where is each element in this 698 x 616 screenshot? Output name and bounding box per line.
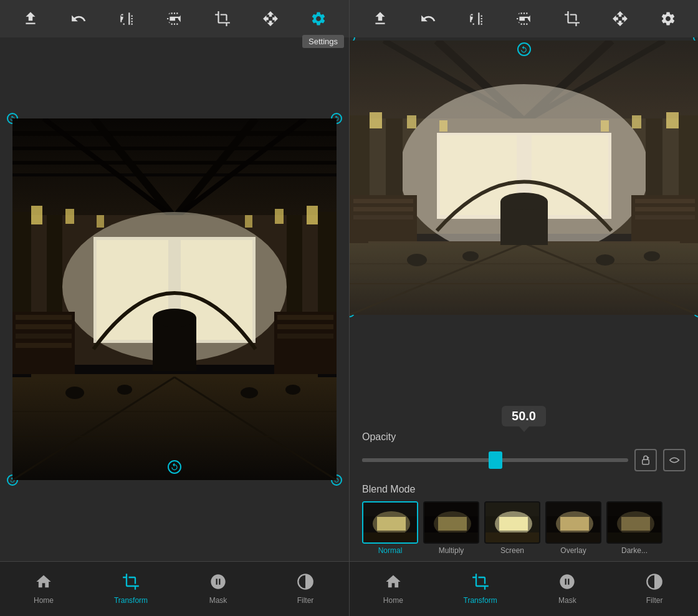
blend-mode-label: Blend Mode <box>362 484 686 495</box>
flip-h-icon-right[interactable] <box>464 6 489 31</box>
rotate-handle-top-right[interactable] <box>517 42 531 56</box>
mask-label-right: Mask <box>558 596 576 605</box>
move-icon-left[interactable] <box>258 6 283 31</box>
rotate-handle-bottom-left[interactable] <box>168 460 181 474</box>
opacity-intersect-button[interactable] <box>663 449 686 471</box>
crop-icon-right[interactable] <box>560 6 585 31</box>
left-nav-transform[interactable]: Transform <box>106 573 156 605</box>
left-nav-home[interactable]: Home <box>19 573 69 605</box>
home-label-right: Home <box>383 596 403 605</box>
mask-icon-right <box>558 573 576 594</box>
left-canvas-wrapper <box>12 118 337 480</box>
opacity-section: 50.0 Opacity <box>350 397 698 478</box>
blend-mode-screen[interactable]: Screen <box>484 501 540 555</box>
left-nav-mask[interactable]: Mask <box>193 573 243 605</box>
opacity-row <box>362 449 686 471</box>
filter-label-left: Filter <box>297 596 314 605</box>
blend-name-screen: Screen <box>500 546 524 555</box>
right-nav-filter[interactable]: Filter <box>629 573 679 605</box>
right-toolbar <box>350 0 698 37</box>
undo-icon-left[interactable] <box>66 6 91 31</box>
blend-mode-overlay[interactable]: Overlay <box>545 501 601 555</box>
left-bottom-nav: Home Transform Mask Filter <box>0 561 349 616</box>
right-nav-home[interactable]: Home <box>368 573 418 605</box>
home-icon-right <box>384 573 403 594</box>
move-icon-right[interactable] <box>608 6 633 31</box>
settings-icon-right[interactable] <box>656 6 681 31</box>
right-nav-transform[interactable]: Transform <box>456 573 505 605</box>
blend-mode-multiply[interactable]: Multiply <box>423 501 479 555</box>
flip-h-icon-left[interactable] <box>114 6 139 31</box>
svg-rect-102 <box>643 460 649 464</box>
transform-label-left: Transform <box>114 596 148 605</box>
left-toolbar: Settings <box>0 0 349 37</box>
svg-rect-101 <box>350 41 698 315</box>
svg-rect-108 <box>363 532 418 544</box>
opacity-slider[interactable] <box>362 458 628 462</box>
right-canvas-image <box>350 41 698 315</box>
blend-thumb-screen <box>484 501 540 544</box>
blend-thumb-multiply <box>423 501 479 544</box>
blend-thumb-darken <box>606 501 662 544</box>
left-panel: Settings <box>0 0 349 616</box>
home-icon-left <box>34 573 53 594</box>
svg-rect-128 <box>608 532 662 544</box>
settings-tooltip: Settings <box>302 35 344 48</box>
blend-mode-normal[interactable]: Normal <box>362 501 418 555</box>
filter-label-right: Filter <box>646 596 663 605</box>
blend-thumb-overlay <box>545 501 601 544</box>
svg-rect-113 <box>424 532 479 544</box>
blend-name-overlay: Overlay <box>560 546 586 555</box>
flip-v-icon-right[interactable] <box>512 6 537 31</box>
opacity-thumb[interactable] <box>489 451 502 469</box>
settings-icon-left[interactable] <box>306 6 331 31</box>
crop-icon-left[interactable] <box>210 6 235 31</box>
export-icon-left[interactable] <box>18 6 43 31</box>
left-canvas-area <box>0 37 349 561</box>
blend-thumb-normal <box>362 501 418 544</box>
right-canvas-wrapper <box>350 37 698 312</box>
svg-rect-123 <box>547 532 601 544</box>
undo-icon-right[interactable] <box>416 6 441 31</box>
opacity-label: Opacity <box>362 431 686 443</box>
mask-label-left: Mask <box>209 596 227 605</box>
right-nav-mask[interactable]: Mask <box>542 573 592 605</box>
svg-point-103 <box>647 457 649 459</box>
blend-name-multiply: Multiply <box>439 546 464 555</box>
transform-icon-left <box>122 573 140 594</box>
blend-mode-section: Blend Mode Normal <box>350 478 698 561</box>
opacity-value-tooltip: 50.0 <box>502 406 546 426</box>
transform-label-right: Transform <box>464 596 497 605</box>
filter-icon-right <box>645 573 664 594</box>
home-label-left: Home <box>34 596 54 605</box>
mask-icon-left <box>209 573 227 594</box>
left-nav-filter[interactable]: Filter <box>280 573 330 605</box>
right-panel: 50.0 Opacity Blend Mode <box>349 0 698 616</box>
export-icon-right[interactable] <box>368 6 393 31</box>
filter-icon-left <box>296 573 315 594</box>
svg-rect-50 <box>12 118 337 480</box>
right-canvas-area <box>350 37 698 397</box>
right-bottom-nav: Home Transform Mask Filter <box>350 561 698 616</box>
left-canvas-image <box>12 118 337 480</box>
svg-rect-118 <box>485 532 540 544</box>
transform-icon-right <box>471 573 490 594</box>
opacity-lock-button[interactable] <box>634 449 657 471</box>
flip-v-icon-left[interactable] <box>162 6 187 31</box>
blend-name-normal: Normal <box>378 546 403 555</box>
blend-mode-darken[interactable]: Darke... <box>606 501 662 555</box>
blend-modes-row: Normal Multiply <box>362 501 686 555</box>
blend-name-darken: Darke... <box>621 546 648 555</box>
